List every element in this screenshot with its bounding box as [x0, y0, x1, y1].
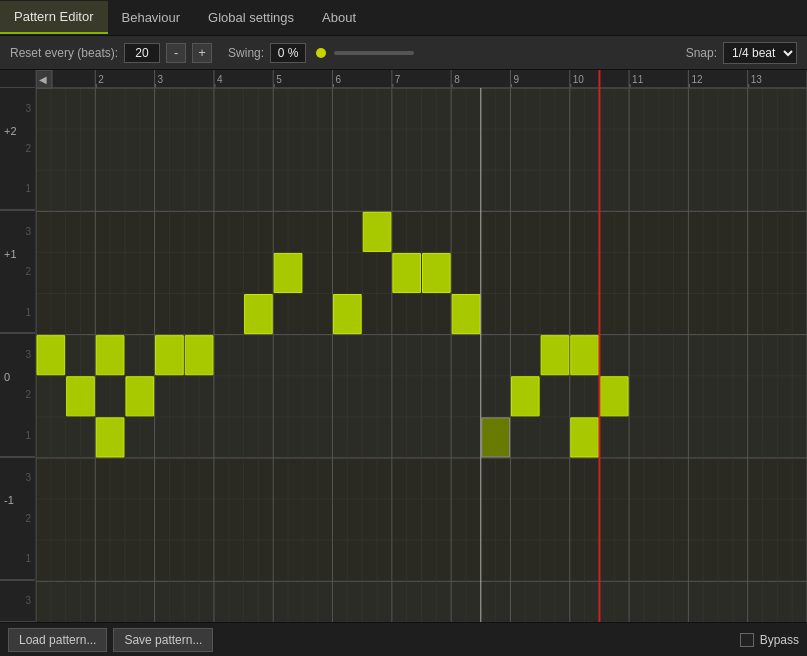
y-label-minus1: -1: [4, 494, 14, 506]
y-section-zero: 0 3 2 1: [0, 334, 35, 457]
bypass-group: Bypass: [740, 633, 799, 647]
tab-pattern-editor[interactable]: Pattern Editor: [0, 1, 108, 34]
reset-label: Reset every (beats):: [10, 46, 118, 60]
reset-value[interactable]: 20: [124, 43, 160, 63]
reset-plus-button[interactable]: +: [192, 43, 212, 63]
snap-label: Snap:: [686, 46, 717, 60]
swing-slider[interactable]: [334, 51, 414, 55]
tab-behaviour[interactable]: Behaviour: [108, 2, 195, 33]
y-sub-1c: 1: [0, 415, 35, 456]
bottom-bar: Load pattern... Save pattern... Bypass: [0, 622, 807, 656]
swing-label: Swing:: [228, 46, 264, 60]
reset-minus-button[interactable]: -: [166, 43, 186, 63]
toolbar: Reset every (beats): 20 - + Swing: 0 % S…: [0, 36, 807, 70]
grid-wrapper: +2 3 2 1 +1 3 2 1 0 3: [0, 70, 807, 622]
y-label-plus1: +1: [4, 248, 17, 260]
y-sub-3: 3: [0, 88, 35, 128]
y-sub-3c: 3: [0, 334, 35, 374]
y-section-plus2: +2 3 2 1: [0, 88, 35, 211]
bypass-label: Bypass: [760, 633, 799, 647]
load-pattern-button[interactable]: Load pattern...: [8, 628, 107, 652]
swing-dot: [316, 48, 326, 58]
y-label-zero: 0: [4, 371, 10, 383]
save-pattern-button[interactable]: Save pattern...: [113, 628, 213, 652]
y-sub-1d: 1: [0, 538, 35, 579]
grid-main[interactable]: [36, 70, 807, 622]
app-container: Pattern Editor Behaviour Global settings…: [0, 0, 807, 656]
y-label-plus2: +2: [4, 125, 17, 137]
y-section-minus1: -1 3 2 1: [0, 458, 35, 581]
bypass-checkbox[interactable]: [740, 633, 754, 647]
tab-bar: Pattern Editor Behaviour Global settings…: [0, 0, 807, 36]
tab-about[interactable]: About: [308, 2, 370, 33]
y-section-plus1: +1 3 2 1: [0, 211, 35, 334]
y-sub-3b: 3: [0, 211, 35, 251]
tab-global-settings[interactable]: Global settings: [194, 2, 308, 33]
grid-canvas[interactable]: [36, 70, 807, 622]
y-sub-bottom: 3: [0, 581, 35, 622]
snap-select[interactable]: 1/4 beat 1/8 beat 1/2 beat 1 beat: [723, 42, 797, 64]
y-sub-3d: 3: [0, 458, 35, 498]
y-axis: +2 3 2 1 +1 3 2 1 0 3: [0, 70, 36, 622]
swing-value[interactable]: 0 %: [270, 43, 306, 63]
y-sub-1: 1: [0, 169, 35, 210]
y-sub-1b: 1: [0, 292, 35, 333]
